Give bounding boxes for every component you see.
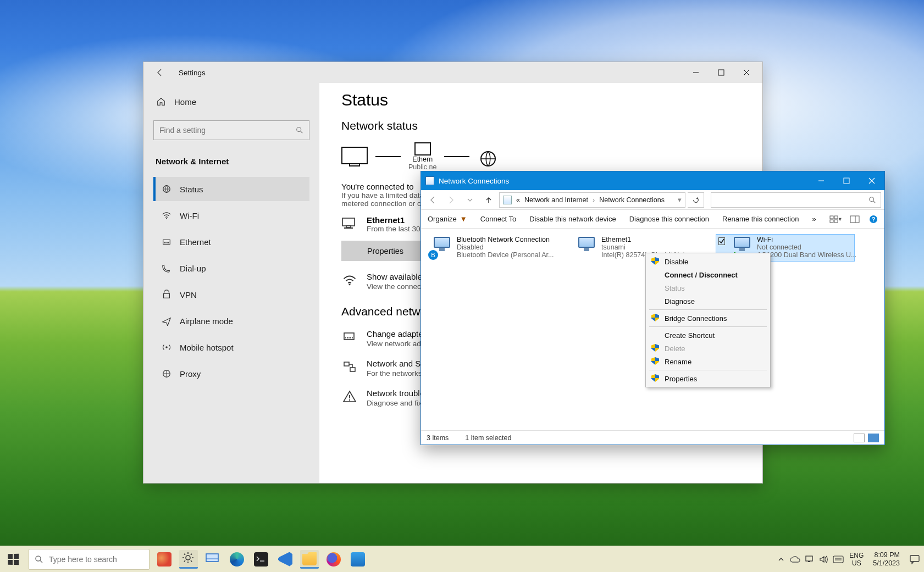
sidebar-item-dialup[interactable]: Dial-up: [153, 256, 309, 280]
start-button[interactable]: [0, 546, 26, 573]
ctx-properties[interactable]: Properties: [647, 372, 769, 385]
bluetooth-adapter-icon: B: [429, 236, 452, 259]
sidebar-item-label: Ethernet: [180, 237, 211, 247]
taskbar-search[interactable]: [29, 549, 150, 570]
settings-search-input[interactable]: [159, 126, 296, 135]
nc-search[interactable]: [711, 192, 881, 208]
settings-titlebar[interactable]: Settings: [143, 62, 762, 83]
nav-up-button[interactable]: [480, 192, 497, 208]
toolbar-rename[interactable]: Rename this connection: [722, 215, 799, 223]
ctx-rename[interactable]: Rename: [647, 355, 769, 368]
sidebar-item-home[interactable]: Home: [153, 91, 309, 113]
tb-app-terminal[interactable]: [252, 550, 270, 569]
tb-app-flowers[interactable]: [155, 550, 174, 569]
adapter-checkbox[interactable]: [718, 237, 725, 245]
svg-point-34: [186, 556, 190, 560]
breadcrumb[interactable]: « Network and Internet › Network Connect…: [499, 192, 685, 208]
toolbar-more[interactable]: »: [812, 215, 816, 223]
ctx-bridge[interactable]: Bridge Connections: [647, 312, 769, 325]
breadcrumb-prefix: «: [516, 196, 520, 204]
ctx-connect-disconnect[interactable]: Connect / Disconnect: [647, 268, 769, 281]
svg-rect-11: [342, 218, 355, 226]
sidebar-item-ethernet[interactable]: Ethernet: [153, 230, 309, 254]
vpn-icon: [161, 289, 172, 300]
properties-button[interactable]: Properties: [341, 241, 429, 261]
tiles-view-button[interactable]: [868, 434, 879, 442]
minimize-button[interactable]: [683, 64, 709, 81]
svg-rect-37: [806, 556, 812, 561]
sidebar-item-wifi[interactable]: Wi-Fi: [153, 203, 309, 227]
tb-app-firefox[interactable]: [324, 550, 343, 569]
proxy-icon: [161, 368, 172, 379]
adapter-bluetooth[interactable]: B Bluetooth Network Connection Disabled …: [427, 234, 566, 262]
toolbar-disable[interactable]: Disable this network device: [529, 215, 616, 223]
tray-clock[interactable]: 8:09 PM 5/1/2023: [867, 551, 905, 568]
network-diagram: Ethern Public ne: [341, 142, 740, 171]
tray-lang-1: ENG: [849, 552, 864, 559]
globe-icon: [477, 146, 499, 168]
tray-overflow[interactable]: [774, 546, 788, 573]
nc-content[interactable]: B Bluetooth Network Connection Disabled …: [421, 229, 884, 430]
tray-onedrive-icon[interactable]: [788, 546, 803, 573]
tb-app-edge[interactable]: [228, 550, 246, 569]
sidebar-item-status[interactable]: Status: [153, 177, 309, 201]
breadcrumb-item[interactable]: Network and Internet: [524, 196, 588, 204]
tb-app-explorer[interactable]: [300, 550, 319, 569]
firefox-icon: [327, 552, 341, 567]
back-button[interactable]: [151, 64, 169, 81]
refresh-button[interactable]: [688, 192, 704, 208]
adapter-icon: [341, 329, 358, 346]
search-icon: [296, 126, 303, 134]
toolbar-connect-to[interactable]: Connect To: [480, 215, 517, 223]
search-icon: [35, 555, 43, 564]
settings-search[interactable]: [153, 120, 309, 140]
close-button[interactable]: [734, 64, 759, 81]
svg-rect-6: [163, 240, 170, 244]
sidebar-item-hotspot[interactable]: Mobile hotspot: [153, 335, 309, 359]
tray-lang-2: US: [852, 559, 861, 567]
sidebar-item-proxy[interactable]: Proxy: [153, 362, 309, 386]
ctx-separator: [649, 370, 767, 370]
tb-app-photos[interactable]: [348, 550, 367, 569]
bluetooth-badge-icon: B: [428, 250, 438, 260]
nav-history-button[interactable]: [462, 192, 478, 208]
svg-point-14: [348, 284, 350, 285]
nc-titlebar[interactable]: Network Connections: [421, 171, 884, 190]
sidebar-item-vpn[interactable]: VPN: [153, 282, 309, 307]
view-options-button[interactable]: ▼: [829, 213, 843, 226]
tray-action-center[interactable]: [905, 546, 924, 573]
ctx-create-shortcut[interactable]: Create Shortcut: [647, 329, 769, 342]
tray-network-icon[interactable]: [803, 546, 817, 573]
tb-app-settings[interactable]: [179, 550, 198, 569]
chevron-down-icon[interactable]: ▾: [678, 196, 682, 204]
nc-search-input[interactable]: [716, 196, 868, 204]
svg-rect-42: [910, 556, 919, 562]
breadcrumb-item[interactable]: Network Connections: [599, 196, 665, 204]
terminal-icon: [254, 552, 268, 567]
ctx-diagnose[interactable]: Diagnose: [647, 295, 769, 308]
tray-time: 8:09 PM: [874, 551, 900, 559]
ctx-disable[interactable]: Disable: [647, 255, 769, 268]
tb-app-vscode[interactable]: [276, 550, 295, 569]
nc-minimize-button[interactable]: [809, 171, 834, 190]
svg-point-5: [166, 218, 167, 219]
section-network-status: Network status: [341, 119, 740, 132]
details-view-button[interactable]: [854, 434, 865, 442]
toolbar-organize[interactable]: Organize▼: [428, 215, 467, 223]
maximize-button[interactable]: [709, 64, 734, 81]
tray-volume-icon[interactable]: [817, 546, 831, 573]
nav-back-button[interactable]: [424, 192, 441, 208]
sidebar-item-airplane[interactable]: Airplane mode: [153, 309, 309, 333]
toolbar-diagnose[interactable]: Diagnose this connection: [629, 215, 709, 223]
svg-line-33: [40, 560, 42, 563]
tray-language[interactable]: ENG US: [845, 552, 867, 567]
preview-pane-button[interactable]: [848, 213, 861, 226]
tb-app-taskview[interactable]: [203, 550, 222, 569]
tray-ime-icon[interactable]: [831, 546, 845, 573]
svg-point-8: [165, 346, 168, 348]
taskbar-search-input[interactable]: [49, 555, 145, 564]
nc-close-button[interactable]: [859, 171, 884, 190]
help-button[interactable]: ?: [867, 213, 880, 226]
nc-maximize-button[interactable]: [834, 171, 859, 190]
nav-forward-button[interactable]: [443, 192, 460, 208]
